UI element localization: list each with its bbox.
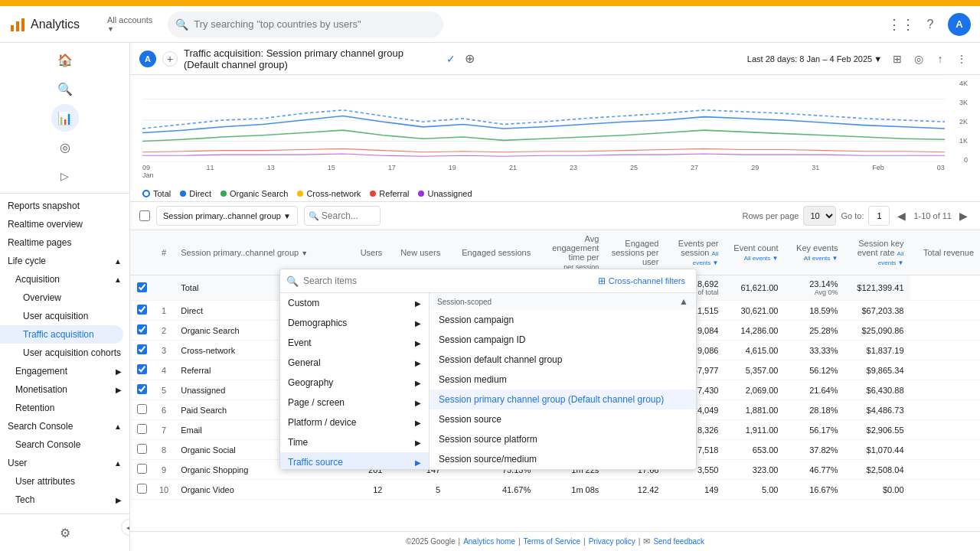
legend-referral[interactable]: Referral (370, 189, 409, 198)
dropdown-right-item-session-primary-channel[interactable]: Session primary channel group (Default c… (430, 390, 696, 409)
sidebar-reports-icon[interactable]: 📊 (51, 104, 79, 132)
sidebar-item-retention[interactable]: Retention (0, 399, 129, 417)
col-event-count[interactable]: Event count All events ▼ (724, 230, 784, 276)
row-checkbox-cell[interactable] (130, 341, 153, 360)
dropdown-right-item-session-default-channel[interactable]: Session default channel group (430, 350, 696, 370)
legend-cross-network[interactable]: Cross-network (297, 189, 361, 198)
table-search-icon: 🔍 (309, 211, 319, 221)
title-expand-btn[interactable]: ⊕ (462, 51, 478, 66)
sidebar-monetisation-group[interactable]: Monetisation ▶ (0, 380, 129, 399)
col-key-events[interactable]: Key events All events ▼ (784, 230, 844, 276)
sidebar-tech-group[interactable]: Tech ▶ (0, 491, 129, 509)
apps-icon-btn[interactable]: ⋮⋮ (890, 13, 913, 36)
sidebar-item-user-attributes[interactable]: User attributes (0, 472, 129, 491)
collapse-section-icon[interactable]: ▲ (679, 296, 688, 307)
search-input[interactable] (168, 11, 443, 37)
legend-direct[interactable]: Direct (180, 189, 211, 198)
dimension-btn[interactable]: Session primary..channel group ▼ (156, 206, 298, 226)
row-checkbox-cell[interactable] (130, 301, 153, 321)
dropdown-section-session-scoped: Session-scoped ▲ (430, 293, 696, 310)
dropdown-left-item-custom[interactable]: Custom▶ (280, 293, 429, 313)
dropdown-left-item-geography[interactable]: Geography▶ (280, 373, 429, 393)
sidebar-item-realtime-overview[interactable]: Realtime overview (0, 215, 129, 233)
sidebar-home-icon[interactable]: 🏠 (51, 46, 79, 73)
sidebar-item-reports-snapshot[interactable]: Reports snapshot (0, 197, 129, 215)
dropdown-body: Custom▶ Demographics▶ Event▶ General▶ Ge (280, 293, 696, 469)
col-total-revenue[interactable]: Total revenue (910, 230, 981, 276)
sidebar-advertising-icon[interactable]: ▷ (51, 162, 79, 190)
sidebar-item-realtime-pages[interactable]: Realtime pages (0, 233, 129, 252)
search-icon: 🔍 (175, 18, 188, 31)
col-key-event-rate[interactable]: Session key event rate All events ▼ (844, 230, 910, 276)
sidebar-item-user-acquisition-cohorts[interactable]: User acquisition cohorts (0, 344, 129, 362)
footer-terms[interactable]: Terms of Service (524, 537, 580, 546)
dropdown-right-item-session-source[interactable]: Session source (430, 409, 696, 429)
dimension-dropdown[interactable]: 🔍 ⊞ Cross-channel filters Custom▶ (279, 269, 697, 470)
sidebar-item-search-console[interactable]: Search Console (0, 435, 129, 454)
dropdown-right-item-session-source-platform[interactable]: Session source platform (430, 429, 696, 449)
add-comparison-btn[interactable]: + (162, 51, 178, 67)
sidebar-acquisition-group[interactable]: Acquisition ▲ (0, 270, 129, 289)
sidebar-item-overview[interactable]: Overview (0, 289, 129, 307)
row-checkbox-cell[interactable] (130, 400, 153, 420)
more-icon[interactable]: ⋮ (952, 50, 971, 68)
row-checkbox-cell[interactable] (130, 276, 153, 301)
sidebar-user-group[interactable]: User ▲ (0, 454, 129, 472)
date-range-btn[interactable]: Last 28 days: 8 Jan – 4 Feb 2025 ▼ (747, 54, 882, 64)
chart-area: 4K 3K 2K 1K 0 (130, 75, 980, 186)
rows-per-page-select[interactable]: 10 25 50 (803, 206, 836, 226)
dropdown-left-item-general[interactable]: General▶ (280, 353, 429, 373)
row-checkbox-cell[interactable] (130, 440, 153, 460)
row-key-events: 2,069.00 (724, 380, 784, 400)
sidebar-search-console-group[interactable]: Search Console ▲ (0, 417, 129, 435)
sidebar-engagement-group[interactable]: Engagement ▶ (0, 362, 129, 380)
share-icon[interactable]: ↑ (931, 50, 949, 68)
sidebar-menu: Reports snapshot Realtime overview Realt… (0, 194, 129, 514)
legend-unassigned[interactable]: Unassigned (418, 189, 472, 198)
row-new-users: 5 (388, 480, 446, 500)
account-icon-btn[interactable]: A (948, 13, 971, 36)
legend-organic-search[interactable]: Organic Search (220, 189, 288, 198)
dropdown-right-item-session-medium[interactable]: Session medium (430, 370, 696, 390)
dropdown-left-item-time[interactable]: Time▶ (280, 432, 429, 452)
dropdown-left-item-page-screen[interactable]: Page / screen▶ (280, 393, 429, 412)
dropdown-left-item-event[interactable]: Event▶ (280, 333, 429, 353)
select-all-checkbox[interactable] (139, 210, 150, 221)
header-logo[interactable]: Analytics (9, 16, 101, 33)
chart-x-axis: 09Jan 11 13 15 17 19 21 23 25 27 29 31 F… (142, 162, 945, 179)
row-checkbox-cell[interactable] (130, 380, 153, 400)
dropdown-left-item-demographics[interactable]: Demographics▶ (280, 313, 429, 333)
sidebar-item-traffic-acquisition[interactable]: Traffic acquisition (0, 325, 123, 344)
dropdown-right-item-session-campaign-id[interactable]: Session campaign ID (430, 330, 696, 350)
dropdown-search-input[interactable] (303, 276, 589, 286)
row-num: 10 (153, 480, 175, 500)
dropdown-right-item-session-source-medium[interactable]: Session source/medium (430, 449, 696, 469)
row-checkbox-cell[interactable] (130, 360, 153, 380)
go-to-input[interactable] (868, 206, 890, 226)
sidebar-explore-icon[interactable]: ◎ (51, 133, 79, 161)
cross-channel-filter-btn[interactable]: ⊞ Cross-channel filters (593, 274, 690, 288)
footer-privacy[interactable]: Privacy policy (589, 537, 635, 546)
row-checkbox-cell[interactable] (130, 420, 153, 440)
rows-per-page-label: Rows per page (742, 211, 799, 220)
settings-icon-btn[interactable]: ⚙ (51, 519, 79, 546)
svg-rect-1 (16, 21, 19, 31)
row-checkbox-cell[interactable] (130, 460, 153, 480)
help-icon-btn[interactable]: ? (919, 13, 942, 36)
dropdown-right-item-session-campaign[interactable]: Session campaign (430, 310, 696, 330)
sidebar-search-explore-icon[interactable]: 🔍 (51, 75, 79, 103)
donut-view-icon[interactable]: ◎ (910, 50, 928, 68)
header-right: ⋮⋮ ? A (890, 13, 971, 36)
dropdown-left-item-traffic-source[interactable]: Traffic source▶ (280, 452, 429, 469)
dropdown-left-item-platform-device[interactable]: Platform / device▶ (280, 412, 429, 432)
row-checkbox-cell[interactable] (130, 480, 153, 500)
prev-page-btn[interactable]: ◀ (894, 210, 909, 222)
sidebar-item-user-acquisition[interactable]: User acquisition (0, 307, 129, 325)
footer-feedback[interactable]: Send feedback (653, 537, 704, 546)
row-checkbox-cell[interactable] (130, 321, 153, 341)
sidebar-lifecycle-group[interactable]: Life cycle ▲ (0, 252, 129, 270)
next-page-btn[interactable]: ▶ (956, 210, 971, 222)
footer-analytics-home[interactable]: Analytics home (463, 537, 515, 546)
table-view-icon[interactable]: ⊞ (888, 50, 906, 68)
legend-total[interactable]: Total (142, 189, 171, 198)
